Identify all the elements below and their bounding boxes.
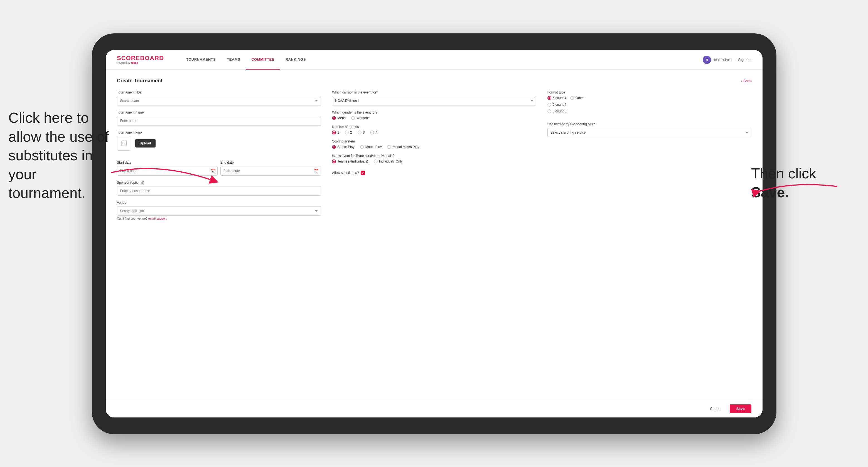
end-date-group: End date 📅 — [220, 161, 321, 176]
gender-womens-radio[interactable] — [351, 116, 355, 120]
allow-substitutes-checkbox[interactable]: ✓ — [361, 170, 365, 175]
event-individuals[interactable]: Individuals Only — [374, 159, 403, 163]
save-button[interactable]: Save — [730, 404, 751, 413]
scoring-match-radio[interactable] — [360, 145, 364, 149]
upload-button[interactable]: Upload — [135, 139, 156, 148]
format-6count4-radio[interactable] — [548, 103, 551, 106]
image-icon — [121, 140, 127, 146]
scoring-match[interactable]: Match Play — [360, 145, 382, 149]
round-4[interactable]: 4 — [370, 130, 377, 134]
event-individuals-radio[interactable] — [374, 159, 378, 163]
event-teams-radio[interactable] — [332, 159, 336, 163]
end-date-input[interactable] — [220, 166, 321, 176]
format-other-radio[interactable] — [570, 96, 574, 100]
round-1-radio[interactable] — [332, 130, 336, 134]
scoring-medal-radio[interactable] — [388, 145, 391, 149]
venue-group: Venue Can't find your venue? email suppo… — [117, 201, 321, 220]
logo-placeholder — [117, 136, 131, 151]
scoring-group: Scoring system Stroke Play Match Play — [332, 139, 536, 149]
division-select[interactable]: NCAA Division I — [332, 96, 536, 105]
round-2[interactable]: 2 — [345, 130, 352, 134]
nav-links: TOURNAMENTS TEAMS COMMITTEE RANKINGS — [181, 50, 703, 69]
round-2-label: 2 — [350, 130, 352, 134]
event-for-radio-group: Teams (+Individuals) Individuals Only — [332, 159, 536, 163]
nav-separator: | — [735, 58, 735, 62]
svg-rect-0 — [122, 141, 127, 146]
scoring-api-select[interactable]: Select a scoring service — [548, 128, 751, 137]
gender-label: Which gender is the event for? — [332, 111, 536, 114]
format-type-label: Format type — [548, 90, 751, 94]
tournament-host-input[interactable] — [117, 96, 321, 105]
round-4-label: 4 — [375, 130, 377, 134]
round-2-radio[interactable] — [345, 130, 349, 134]
scoring-stroke-radio[interactable] — [332, 145, 336, 149]
scoring-api-label: Use third-party live scoring API? — [548, 122, 751, 126]
email-support-link[interactable]: email support — [148, 217, 167, 220]
main-content: Create Tournament ‹ Back Tournament Host… — [106, 69, 763, 400]
form-col-2: Which division is the event for? NCAA Di… — [332, 90, 536, 225]
venue-hint-text: Can't find your venue? — [117, 217, 148, 220]
format-6count5-label: 6 count 5 — [553, 110, 566, 113]
svg-point-1 — [123, 142, 124, 143]
tournament-logo-label: Tournament logo — [117, 130, 321, 134]
sign-out-link[interactable]: Sign out — [738, 58, 751, 62]
format-other[interactable]: Other — [570, 96, 584, 100]
back-link[interactable]: ‹ Back — [741, 79, 751, 83]
gender-womens[interactable]: Womens — [351, 116, 370, 120]
scoring-match-label: Match Play — [365, 145, 382, 149]
rounds-label: Number of rounds — [332, 125, 536, 129]
event-for-group: Is this event for Teams and/or Individua… — [332, 154, 536, 163]
tournament-name-input[interactable] — [117, 116, 321, 126]
scoring-radio-group: Stroke Play Match Play Medal Match Play — [332, 145, 536, 149]
rounds-group: Number of rounds 1 2 — [332, 125, 536, 134]
nav-teams[interactable]: TEAMS — [221, 50, 246, 69]
tournament-logo-group: Tournament logo Upload — [117, 130, 321, 156]
page-header: Create Tournament ‹ Back — [117, 78, 751, 84]
event-teams-label: Teams (+Individuals) — [337, 159, 368, 163]
rounds-radio-group: 1 2 3 4 — [332, 130, 536, 134]
format-6count5-radio[interactable] — [548, 110, 551, 113]
venue-input[interactable] — [117, 206, 321, 216]
left-arrow — [103, 156, 220, 189]
format-5count4[interactable]: 5 count 4 — [548, 96, 566, 100]
scoring-medal-label: Medal Match Play — [393, 145, 419, 149]
format-row-3: 6 count 5 — [548, 110, 751, 113]
user-name: blair admin — [714, 58, 732, 62]
round-3-radio[interactable] — [358, 130, 362, 134]
gender-mens-radio[interactable] — [332, 116, 336, 120]
form-col-3: Format type 5 count 4 Other — [548, 90, 751, 225]
cancel-button[interactable]: Cancel — [706, 404, 725, 413]
logo-powered-by: Powered by clippd — [117, 62, 164, 64]
scoring-medal[interactable]: Medal Match Play — [388, 145, 419, 149]
tournament-name-group: Tournament name — [117, 111, 321, 126]
user-avatar: B — [703, 56, 711, 64]
form-footer: Cancel Save — [106, 400, 763, 417]
format-6count5[interactable]: 6 count 5 — [548, 110, 566, 113]
venue-label: Venue — [117, 201, 321, 205]
allow-substitutes-row: Allow substitutes? ✓ — [332, 170, 536, 175]
format-6count4[interactable]: 6 count 4 — [548, 103, 566, 106]
nav-rankings[interactable]: RANKINGS — [280, 50, 311, 69]
round-1[interactable]: 1 — [332, 130, 339, 134]
round-1-label: 1 — [337, 130, 339, 134]
gender-group: Which gender is the event for? Mens Wome… — [332, 111, 536, 120]
nav-tournaments[interactable]: TOURNAMENTS — [181, 50, 221, 69]
gender-radio-group: Mens Womens — [332, 116, 536, 120]
round-3[interactable]: 3 — [358, 130, 365, 134]
nav-committee[interactable]: COMMITTEE — [246, 50, 280, 69]
tablet-shell: SCOREBOARD Powered by clippd TOURNAMENTS… — [92, 33, 776, 434]
event-teams[interactable]: Teams (+Individuals) — [332, 159, 368, 163]
gender-mens[interactable]: Mens — [332, 116, 345, 120]
tournament-name-label: Tournament name — [117, 111, 321, 114]
allow-substitutes-label: Allow substitutes? — [332, 171, 359, 175]
event-for-label: Is this event for Teams and/or Individua… — [332, 154, 536, 158]
format-5count4-radio[interactable] — [548, 96, 551, 100]
round-4-radio[interactable] — [370, 130, 374, 134]
logo-text-score: SCORE — [117, 55, 140, 62]
division-label: Which division is the event for? — [332, 90, 536, 94]
annotation-line2: allow the use of — [8, 129, 109, 145]
format-5count4-label: 5 count 4 — [553, 96, 566, 100]
format-other-label: Other — [576, 96, 584, 100]
annotation-left: Click here to allow the use of substitut… — [8, 108, 114, 203]
scoring-stroke[interactable]: Stroke Play — [332, 145, 354, 149]
